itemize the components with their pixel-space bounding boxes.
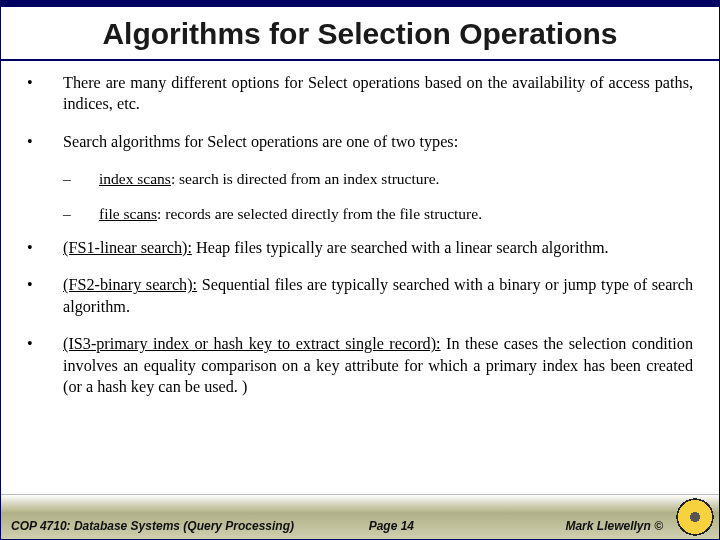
sub-bullet-text: file scans: records are selected directl… (99, 204, 693, 224)
footer-left: COP 4710: Database Systems (Query Proces… (11, 519, 301, 533)
bullet-mark: • (27, 238, 63, 259)
footer: COP 4710: Database Systems (Query Proces… (1, 513, 719, 539)
dash-mark: – (63, 169, 99, 189)
bullet-text: (FS1-linear search): Heap files typicall… (63, 238, 693, 259)
logo-ring (675, 497, 715, 537)
term-underline: file scans (99, 205, 157, 222)
bullet-text: There are many different options for Sel… (63, 73, 693, 116)
label-underline: (IS3-primary index or hash key to extrac… (63, 335, 441, 353)
bullet-text: (FS2-binary search): Sequential files ar… (63, 275, 693, 318)
label-underline: (FS1-linear search): (63, 239, 192, 257)
bullet-4: • (FS2-binary search): Sequential files … (27, 275, 693, 318)
bullet-5: • (IS3-primary index or hash key to extr… (27, 334, 693, 398)
title-area: Algorithms for Selection Operations (1, 7, 719, 61)
bullet-rest: Heap files typically are searched with a… (192, 239, 609, 257)
label-underline: (FS2-binary search): (63, 276, 197, 294)
ucf-logo (675, 497, 715, 537)
sub-rest: : search is directed from an index struc… (171, 170, 440, 187)
footer-page: Page 14 (301, 519, 482, 533)
page-title: Algorithms for Selection Operations (21, 17, 699, 51)
sub-bullet-1: – index scans: search is directed from a… (63, 169, 693, 189)
sub-rest: : records are selected directly from the… (157, 205, 482, 222)
bullet-2: • Search algorithms for Select operation… (27, 132, 693, 153)
bullet-mark: • (27, 73, 63, 116)
dash-mark: – (63, 204, 99, 224)
bullet-text: (IS3-primary index or hash key to extrac… (63, 334, 693, 398)
bullet-mark: • (27, 132, 63, 153)
bullet-mark: • (27, 334, 63, 398)
content-area: • There are many different options for S… (1, 61, 719, 408)
footer-gradient (1, 494, 719, 513)
term-underline: index scans (99, 170, 171, 187)
bullet-1: • There are many different options for S… (27, 73, 693, 116)
bullet-text: Search algorithms for Select operations … (63, 132, 693, 153)
bullet-mark: • (27, 275, 63, 318)
sub-bullet-text: index scans: search is directed from an … (99, 169, 693, 189)
footer-wrap: COP 4710: Database Systems (Query Proces… (1, 494, 719, 539)
bullet-3: • (FS1-linear search): Heap files typica… (27, 238, 693, 259)
sub-bullet-2: – file scans: records are selected direc… (63, 204, 693, 224)
slide: Algorithms for Selection Operations • Th… (0, 0, 720, 540)
